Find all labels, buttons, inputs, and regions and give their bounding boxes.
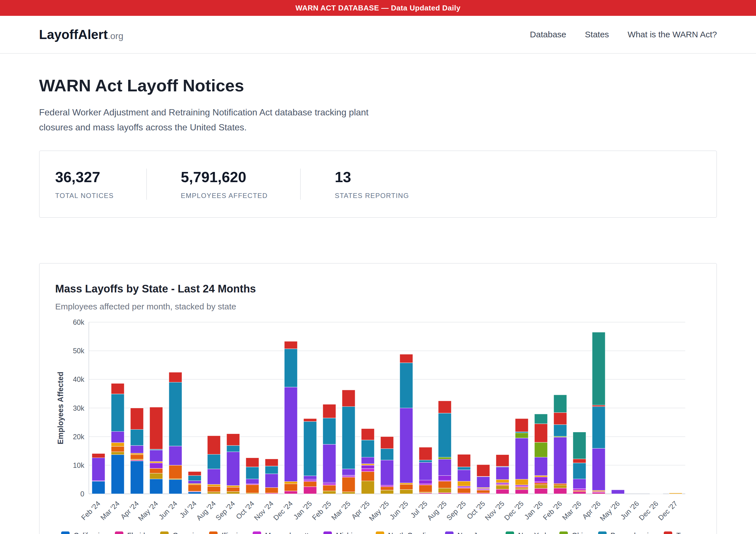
bar-segment-illinois[interactable] bbox=[111, 446, 124, 452]
bar-segment-michigan[interactable] bbox=[438, 475, 451, 480]
bar-segment-georgia[interactable] bbox=[207, 492, 220, 494]
bar-segment-new-jersey[interactable] bbox=[381, 460, 393, 485]
bar-segment-pennsylvania[interactable] bbox=[381, 449, 393, 460]
bar-segment-illinois[interactable] bbox=[342, 477, 355, 492]
bar-segment-pennsylvania[interactable] bbox=[400, 362, 413, 408]
bar-segment-new-jersey[interactable] bbox=[246, 479, 259, 484]
bar-segment-texas[interactable] bbox=[400, 354, 413, 362]
bar-segment-pennsylvania[interactable] bbox=[323, 418, 336, 444]
bar-segment-texas[interactable] bbox=[342, 390, 355, 407]
bar-segment-pennsylvania[interactable] bbox=[284, 349, 297, 387]
bar-segment-michigan[interactable] bbox=[150, 463, 163, 468]
bar-segment-california[interactable] bbox=[169, 479, 182, 494]
bar-segment-georgia[interactable] bbox=[438, 488, 451, 493]
bar-segment-massachusetts[interactable] bbox=[304, 480, 317, 481]
bar-segment-illinois[interactable] bbox=[554, 483, 567, 485]
bar-segment-florida[interactable] bbox=[438, 493, 451, 494]
bar-segment-texas[interactable] bbox=[227, 434, 240, 445]
legend-item-california[interactable]: California bbox=[61, 531, 103, 534]
bar-segment-north-carolina[interactable] bbox=[227, 485, 240, 487]
bar-segment-texas[interactable] bbox=[457, 454, 471, 467]
bar-segment-new-jersey[interactable] bbox=[477, 477, 490, 487]
bar-segment-north-carolina[interactable] bbox=[207, 484, 220, 486]
nav-link-database[interactable]: Database bbox=[530, 30, 566, 39]
bar-segment-pennsylvania[interactable] bbox=[419, 460, 432, 462]
bar-segment-washington[interactable] bbox=[573, 432, 586, 459]
bar-segment-florida[interactable] bbox=[534, 488, 548, 494]
bar-segment-pennsylvania[interactable] bbox=[169, 382, 182, 446]
legend-item-georgia[interactable]: Georgia bbox=[160, 531, 198, 534]
bar-segment-pennsylvania[interactable] bbox=[438, 413, 451, 457]
bar-segment-new-jersey[interactable] bbox=[554, 437, 567, 483]
bar-segment-massachusetts[interactable] bbox=[323, 484, 336, 485]
bar-segment-michigan[interactable] bbox=[515, 485, 528, 486]
bar-segment-illinois[interactable] bbox=[381, 487, 393, 490]
legend-item-north-carolina[interactable]: North Carolina bbox=[376, 531, 434, 534]
bar-segment-michigan[interactable] bbox=[323, 482, 336, 484]
bar-segment-north-carolina[interactable] bbox=[400, 483, 413, 484]
bar-segment-florida[interactable] bbox=[515, 489, 528, 494]
bar-segment-north-carolina[interactable] bbox=[150, 461, 163, 463]
bar-segment-new-jersey[interactable] bbox=[400, 408, 413, 483]
bar-segment-florida[interactable] bbox=[496, 489, 509, 494]
bar-segment-ohio[interactable] bbox=[438, 457, 451, 459]
bar-segment-california[interactable] bbox=[130, 461, 144, 494]
bar-segment-michigan[interactable] bbox=[534, 477, 548, 481]
bar-segment-texas[interactable] bbox=[573, 459, 586, 463]
bar-segment-new-jersey[interactable] bbox=[111, 431, 124, 442]
bar-segment-massachusetts[interactable] bbox=[342, 476, 355, 477]
bar-segment-texas[interactable] bbox=[169, 372, 182, 382]
bar-segment-texas[interactable] bbox=[592, 405, 605, 407]
bar-segment-georgia[interactable] bbox=[496, 485, 509, 489]
site-logo[interactable]: LayoffAlert.org bbox=[39, 27, 123, 42]
bar-segment-new-jersey[interactable] bbox=[342, 469, 355, 475]
bar-segment-new-jersey[interactable] bbox=[169, 446, 182, 465]
bar-segment-georgia[interactable] bbox=[342, 492, 355, 494]
bar-segment-new-jersey[interactable] bbox=[438, 459, 451, 475]
bar-segment-georgia[interactable] bbox=[323, 491, 336, 494]
bar-segment-pennsylvania[interactable] bbox=[207, 454, 220, 469]
bar-segment-massachusetts[interactable] bbox=[573, 489, 586, 490]
bar-segment-illinois[interactable] bbox=[534, 483, 548, 485]
bar-segment-georgia[interactable] bbox=[111, 452, 124, 455]
bar-segment-california[interactable] bbox=[111, 455, 124, 494]
bar-segment-new-jersey[interactable] bbox=[188, 481, 201, 483]
bar-segment-new-jersey[interactable] bbox=[150, 450, 163, 461]
bar-segment-texas[interactable] bbox=[111, 383, 124, 394]
bar-segment-texas[interactable] bbox=[477, 465, 490, 476]
bar-segment-michigan[interactable] bbox=[496, 483, 509, 484]
bar-segment-new-jersey[interactable] bbox=[323, 444, 336, 483]
bar-segment-north-carolina[interactable] bbox=[361, 464, 374, 465]
bar-segment-california[interactable] bbox=[188, 492, 201, 494]
bar-segment-new-jersey[interactable] bbox=[130, 445, 144, 453]
bar-segment-florida[interactable] bbox=[304, 487, 317, 494]
bar-segment-washington[interactable] bbox=[592, 332, 605, 405]
bar-segment-texas[interactable] bbox=[150, 407, 163, 449]
bar-segment-new-jersey[interactable] bbox=[304, 476, 317, 479]
bar-segment-new-jersey[interactable] bbox=[611, 490, 624, 494]
bar-segment-pennsylvania[interactable] bbox=[227, 445, 240, 452]
bar-segment-new-jersey[interactable] bbox=[534, 457, 548, 475]
bar-segment-michigan[interactable] bbox=[419, 480, 432, 484]
bar-segment-texas[interactable] bbox=[246, 458, 259, 467]
bar-segment-illinois[interactable] bbox=[227, 487, 240, 491]
bar-segment-pennsylvania[interactable] bbox=[130, 429, 144, 445]
bar-segment-texas[interactable] bbox=[496, 455, 509, 466]
bar-segment-new-jersey[interactable] bbox=[265, 474, 278, 488]
bar-segment-north-carolina[interactable] bbox=[130, 453, 144, 455]
bar-segment-texas[interactable] bbox=[188, 471, 201, 475]
bar-segment-new-jersey[interactable] bbox=[515, 438, 528, 479]
bar-segment-new-jersey[interactable] bbox=[92, 458, 105, 481]
bar-segment-illinois[interactable] bbox=[284, 484, 297, 491]
bar-segment-illinois[interactable] bbox=[457, 488, 471, 493]
bar-segment-michigan[interactable] bbox=[457, 486, 471, 487]
bar-segment-north-carolina[interactable] bbox=[496, 479, 509, 483]
bar-segment-north-carolina[interactable] bbox=[111, 443, 124, 446]
bar-segment-pennsylvania[interactable] bbox=[111, 394, 124, 432]
bar-segment-texas[interactable] bbox=[438, 401, 451, 413]
legend-item-ohio[interactable]: Ohio bbox=[559, 531, 587, 534]
bar-segment-georgia[interactable] bbox=[515, 488, 528, 489]
bar-segment-texas[interactable] bbox=[207, 436, 220, 454]
bar-segment-illinois[interactable] bbox=[207, 486, 220, 492]
bar-segment-texas[interactable] bbox=[304, 418, 317, 421]
